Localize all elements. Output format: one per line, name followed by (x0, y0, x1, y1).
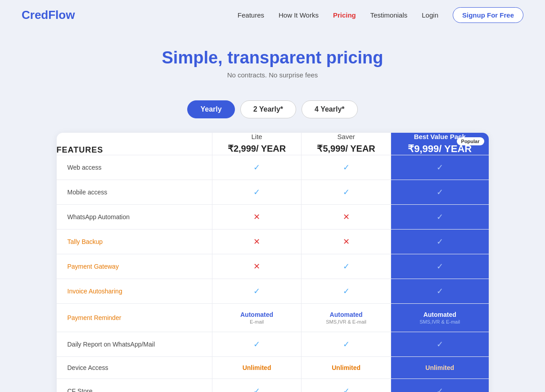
lite-web-access: ✓ (212, 155, 302, 180)
reminder-sub: SMS,IVR & E-mail (395, 319, 485, 324)
toggle-yearly[interactable]: Yearly (187, 100, 234, 118)
cross-icon: ✕ (253, 212, 260, 221)
best-tally: ✓ (391, 230, 488, 254)
saver-whatsapp: ✕ (302, 205, 391, 230)
saver-payment-gateway: ✓ (302, 254, 391, 279)
lite-whatsapp: ✕ (212, 205, 302, 230)
toggle-2yearly[interactable]: 2 Yearly* (240, 100, 296, 118)
nav-links: Features How It Works Pricing Testimonia… (238, 7, 523, 23)
saver-tally: ✕ (302, 230, 391, 254)
signup-button[interactable]: Signup For Free (453, 7, 523, 23)
best-web-access: ✓ (391, 155, 488, 180)
cross-icon: ✕ (253, 262, 260, 271)
saver-invoice: ✓ (302, 279, 391, 304)
automated-label: Automated (330, 311, 363, 318)
best-plan-header: Popular Best Value Pack ₹9,999/ YEAR (391, 133, 488, 155)
saver-cf-store: ✓ (302, 379, 391, 392)
check-icon: ✓ (437, 163, 443, 172)
unlimited-label: Unlimited (425, 364, 454, 371)
saver-plan-header: Saver ₹5,999/ YEAR (302, 133, 391, 155)
feature-whatsapp: WhatsApp Automation (57, 205, 212, 230)
feature-mobile-access: Mobile access (57, 180, 212, 205)
hero-section: Simple, transparent pricing No contracts… (0, 30, 545, 88)
check-icon: ✓ (343, 262, 350, 271)
saver-plan-price: ₹5,999/ YEAR (302, 143, 391, 154)
best-mobile-access: ✓ (391, 180, 488, 205)
nav-how-it-works[interactable]: How It Works (279, 11, 319, 19)
lite-plan-price: ₹2,999/ YEAR (212, 143, 302, 154)
unlimited-label: Unlimited (332, 364, 360, 371)
saver-payment-reminder: Automated SMS,IVR & E-mail (302, 304, 391, 332)
table-row: Mobile access ✓ ✓ ✓ (57, 180, 489, 205)
feature-invoice: Invoice Autosharing (57, 279, 212, 304)
hero-title: Simple, transparent pricing (0, 48, 545, 68)
navbar: CredFlow Features How It Works Pricing T… (0, 0, 545, 30)
feature-daily-report: Daily Report on WhatsApp/Mail (57, 332, 212, 357)
check-icon: ✓ (437, 212, 443, 221)
check-icon: ✓ (253, 163, 260, 172)
saver-device-access: Unlimited (302, 357, 391, 379)
unlimited-label: Unlimited (243, 364, 271, 371)
saver-daily-report: ✓ (302, 332, 391, 357)
check-icon: ✓ (437, 262, 443, 271)
table-row: Daily Report on WhatsApp/Mail ✓ ✓ ✓ (57, 332, 489, 357)
table-header-row: FEATURES Lite ₹2,999/ YEAR Saver ₹5,999/… (57, 133, 489, 155)
automated-label: Automated (423, 311, 456, 318)
check-icon: ✓ (343, 287, 350, 296)
billing-toggle: Yearly 2 Yearly* 4 Yearly* (0, 100, 545, 118)
check-icon: ✓ (253, 340, 260, 349)
table-row: Tally Backup ✕ ✕ ✓ (57, 230, 489, 254)
saver-mobile-access: ✓ (302, 180, 391, 205)
lite-device-access: Unlimited (212, 357, 302, 379)
best-cf-store: ✓ (391, 379, 488, 392)
pricing-table-wrap: FEATURES Lite ₹2,999/ YEAR Saver ₹5,999/… (57, 133, 489, 392)
nav-features[interactable]: Features (238, 11, 264, 19)
lite-cf-store: ✓ (212, 379, 302, 392)
feature-device-access: Device Access (57, 357, 212, 379)
features-column-header: FEATURES (57, 133, 212, 155)
reminder-sub: E-mail (216, 319, 298, 324)
lite-daily-report: ✓ (212, 332, 302, 357)
saver-web-access: ✓ (302, 155, 391, 180)
brand-logo: CredFlow (22, 8, 75, 22)
nav-pricing[interactable]: Pricing (333, 11, 356, 19)
table-row: Web access ✓ ✓ ✓ (57, 155, 489, 180)
check-icon: ✓ (343, 188, 350, 197)
automated-label: Automated (240, 311, 273, 318)
best-device-access: Unlimited (391, 357, 488, 379)
table-row: Payment Reminder Automated E-mail Automa… (57, 304, 489, 332)
nav-login[interactable]: Login (422, 11, 438, 19)
check-icon: ✓ (437, 287, 443, 296)
table-row: Device Access Unlimited Unlimited Unlimi… (57, 357, 489, 379)
table-row: CF Store ✓ ✓ ✓ (57, 379, 489, 392)
best-whatsapp: ✓ (391, 205, 488, 230)
check-icon: ✓ (253, 387, 260, 392)
best-invoice: ✓ (391, 279, 488, 304)
feature-payment-gateway: Payment Gateway (57, 254, 212, 279)
check-icon: ✓ (253, 188, 260, 197)
cross-icon: ✕ (343, 237, 350, 246)
feature-tally: Tally Backup (57, 230, 212, 254)
toggle-4yearly[interactable]: 4 Yearly* (302, 100, 357, 118)
cross-icon: ✕ (253, 237, 260, 246)
check-icon: ✓ (437, 237, 443, 246)
table-row: Invoice Autosharing ✓ ✓ ✓ (57, 279, 489, 304)
lite-payment-reminder: Automated E-mail (212, 304, 302, 332)
check-icon: ✓ (437, 340, 443, 349)
lite-plan-header: Lite ₹2,999/ YEAR (212, 133, 302, 155)
table-row: Payment Gateway ✕ ✓ ✓ (57, 254, 489, 279)
check-icon: ✓ (437, 387, 443, 392)
lite-payment-gateway: ✕ (212, 254, 302, 279)
check-icon: ✓ (343, 387, 350, 392)
table-row: WhatsApp Automation ✕ ✕ ✓ (57, 205, 489, 230)
check-icon: ✓ (437, 188, 443, 197)
feature-payment-reminder: Payment Reminder (57, 304, 212, 332)
pricing-table: FEATURES Lite ₹2,999/ YEAR Saver ₹5,999/… (57, 133, 489, 392)
lite-mobile-access: ✓ (212, 180, 302, 205)
lite-tally: ✕ (212, 230, 302, 254)
best-payment-reminder: Automated SMS,IVR & E-mail (391, 304, 488, 332)
nav-testimonials[interactable]: Testimonials (370, 11, 408, 19)
saver-plan-name: Saver (302, 133, 391, 140)
popular-badge: Popular (457, 137, 484, 145)
feature-cf-store: CF Store (57, 379, 212, 392)
